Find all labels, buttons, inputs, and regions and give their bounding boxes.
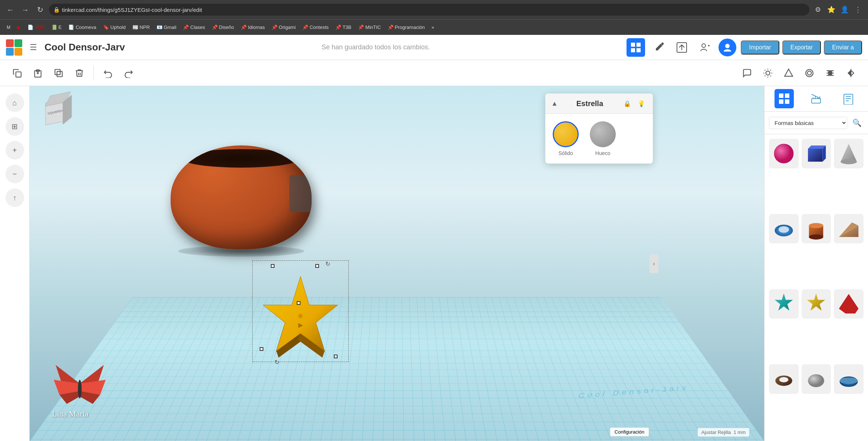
user-avatar[interactable] [719,39,736,56]
mirror-button[interactable] [841,63,861,83]
menu-dots-icon[interactable]: ⋮ [852,4,864,15]
shape-button[interactable] [779,63,798,83]
panel-chevron[interactable]: ▲ [551,100,558,108]
ruler-icon-button[interactable] [806,89,826,108]
duplicate-button[interactable] [49,63,68,83]
share-button[interactable] [673,38,691,57]
back-button[interactable]: ← [4,4,16,16]
bookmark-prog[interactable]: 📌 Programación [385,23,428,32]
bookmark-contests[interactable]: 📌 Contests [299,23,332,32]
star-object[interactable]: ↻ ↻ [252,271,349,362]
redo-button[interactable] [119,63,138,83]
reload-button[interactable]: ↻ [34,4,46,16]
build-button[interactable] [650,38,668,57]
lock-panel-icon[interactable]: 🔒 [622,98,633,109]
shape-sphere[interactable] [769,139,799,168]
address-bar[interactable]: 🔒 tinkercad.com/things/g5SJ1ZYEGsI-cool-… [49,4,809,16]
fit-view-button[interactable]: ⊞ [6,117,24,136]
profile-icon[interactable]: 👤 [839,4,850,15]
svg-rect-0 [631,43,635,47]
cube-navigator[interactable]: IZQUIERDA [37,93,78,134]
bookmark-pdf[interactable]: 📄 PDF [24,23,47,32]
shape-polyhedron[interactable] [834,289,864,319]
light-panel-icon[interactable]: 💡 [636,98,647,109]
bookmark-gmail2[interactable]: 📧 Gmail [154,23,180,32]
export-button[interactable]: Exportar [782,40,821,55]
collapse-panel-button[interactable]: › [650,254,658,273]
topbar-right: Importar Exportar Enviar a [627,38,862,57]
light-button[interactable] [758,63,777,83]
shape-category-select[interactable]: Formas básicas [769,117,847,129]
toolbar [0,60,868,86]
import-button[interactable]: Importar [741,40,779,55]
home-button[interactable]: ⌂ [6,93,24,112]
svg-point-29 [808,71,812,75]
logo-tin [6,39,14,47]
add-user-button[interactable] [696,38,714,57]
bookmark-uphold[interactable]: 🔖 Uphold [100,23,129,32]
handle-center[interactable] [297,301,300,305]
svg-line-21 [765,70,766,70]
paste-button[interactable] [28,63,47,83]
hollow-option[interactable]: Hueco [590,121,616,156]
bookmark-diseno[interactable]: 📌 Diseño [209,23,237,32]
bookmark-youtube[interactable]: ▶ [14,23,24,32]
undo-button[interactable] [98,63,118,83]
viewport[interactable]: Cool Densor-Jarv [30,86,764,441]
shape-wedge[interactable] [834,214,864,244]
note-icon-button[interactable] [839,89,858,108]
bookmark-coomeva[interactable]: 📑 Coomeva [65,23,99,32]
extensions-icon[interactable]: ⚙ [812,4,823,15]
menu-icon[interactable]: ☰ [30,43,37,52]
bookmark-e[interactable]: 📗 E [48,23,65,32]
comment-button[interactable] [737,63,757,83]
shape-cone[interactable] [834,139,864,168]
svg-rect-17 [57,71,62,76]
shape-box[interactable] [802,139,831,168]
shape-sphere2[interactable] [802,364,831,394]
svg-rect-55 [812,99,821,103]
lock-icon: 🔒 [53,7,60,13]
bookmark-t3b[interactable]: 📌 T3B [332,23,354,32]
bookmark-more[interactable]: » [428,23,437,32]
bookmark-gmail[interactable]: M [4,23,13,32]
copy-button[interactable] [7,63,27,83]
handle-br[interactable] [334,355,338,358]
delete-button[interactable] [70,63,89,83]
shape-flat[interactable] [834,364,864,394]
handle-tl[interactable] [271,264,274,268]
shape-torus[interactable] [769,214,799,244]
config-button[interactable]: Configuración [610,427,649,437]
shape-ring[interactable] [769,364,799,394]
shape2-button[interactable] [800,63,819,83]
rotate-handle-2[interactable]: ↻ [274,359,279,366]
zoom-in-button[interactable]: + [6,141,24,159]
bookmark-clases[interactable]: 📌 Clases [180,23,208,32]
shape-cylinder[interactable] [802,214,831,244]
svg-marker-80 [807,293,825,310]
hollow-circle [590,121,616,147]
align-button[interactable] [821,63,840,83]
grid-icon-button[interactable] [775,89,794,108]
solid-option[interactable]: Sólido [553,121,579,156]
bookmark-idiomas[interactable]: 📌 Idiomas [238,23,268,32]
shape-star[interactable] [769,289,799,319]
handle-bl[interactable] [260,347,263,351]
rotate-handle[interactable]: ↻ [325,260,330,267]
bookmark-origami[interactable]: 📌 Origami [269,23,299,32]
shape-star2[interactable] [802,289,831,319]
project-name[interactable]: Cool Densor-Jarv [45,42,125,53]
bowl-object[interactable] [171,145,312,257]
home-view-button[interactable]: ↑ [6,188,24,207]
solid-label: Sólido [559,150,573,156]
bookmark-mintic[interactable]: 📌 MinTIC [355,23,384,32]
handle-tr[interactable] [315,264,319,268]
svg-line-26 [770,70,771,70]
zoom-out-button[interactable]: − [6,165,24,183]
bookmark-star-icon[interactable]: ⭐ [826,4,837,15]
search-shapes-button[interactable]: 🔍 [850,116,864,129]
forward-button[interactable]: → [19,4,31,16]
bookmark-npr[interactable]: 📰 NPR [129,23,153,32]
send-button[interactable]: Enviar a [824,40,862,55]
grid-view-button[interactable] [627,38,645,57]
